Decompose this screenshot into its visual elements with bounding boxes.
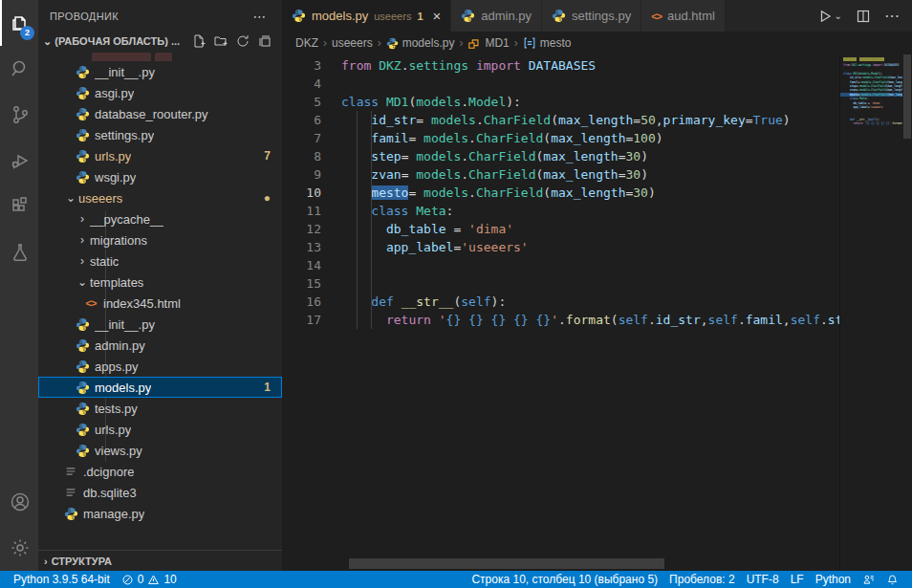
code-line-15[interactable] (341, 274, 839, 293)
code-line-10[interactable]: mesto= models.CharField(max_length=30) (341, 184, 839, 202)
code-area[interactable]: from DKZ.settings import DATABASESclass … (341, 56, 839, 571)
tree-item-label: models.py (95, 381, 151, 395)
tab-aud-html[interactable]: <>aud.html (641, 0, 726, 32)
search-icon[interactable] (0, 46, 38, 92)
python-file-icon (76, 170, 90, 185)
tree-item-admin-py[interactable]: admin.py (38, 335, 282, 356)
notifications-bell-icon[interactable] (880, 574, 904, 586)
code-line-12[interactable]: db_table = 'dima' (341, 220, 839, 238)
close-icon[interactable]: × (433, 9, 442, 23)
outline-section-header[interactable]: › СТРУКТУРА (38, 550, 282, 571)
language-mode-status[interactable]: Python (810, 573, 857, 586)
code-line-14[interactable] (341, 256, 839, 274)
problems-status[interactable]: 0 10 (116, 571, 183, 588)
tree-item-manage-py[interactable]: manage.py (38, 503, 282, 524)
tab-description: useeers (374, 11, 411, 22)
tree-item-models-py[interactable]: models.py1 (38, 377, 282, 398)
indentation-status[interactable]: Пробелов: 2 (663, 573, 741, 586)
vertical-scrollbar[interactable] (902, 54, 912, 571)
tree-item-views-py[interactable]: views.py (38, 440, 282, 461)
vertical-scrollbar-thumb[interactable] (903, 54, 911, 139)
chevron-right-icon: › (75, 233, 90, 247)
run-button[interactable]: ⌄ (817, 9, 842, 24)
tree-item-useeers[interactable]: ⌄useeers● (38, 187, 282, 208)
tree-item-asgi-py[interactable]: asgi.py (38, 82, 282, 103)
python-interpreter-status[interactable]: Python 3.9.5 64-bit (8, 571, 116, 588)
tree-item-db-sqlite3[interactable]: db.sqlite3 (38, 482, 282, 503)
feedback-icon[interactable] (857, 574, 880, 586)
explorer-icon[interactable]: 2 (0, 0, 38, 46)
breadcrumb-separator: › (323, 36, 327, 50)
chevron-right-icon: › (75, 254, 90, 268)
code-line-4[interactable] (341, 75, 839, 93)
refresh-icon[interactable] (235, 33, 250, 49)
split-editor-icon[interactable] (856, 9, 871, 24)
run-chevron-icon[interactable]: ⌄ (835, 11, 842, 21)
tree-item-settings-py[interactable]: settings.py (38, 124, 282, 145)
cursor-position-status[interactable]: Строка 10, столбец 10 (выбрано 5) (466, 573, 663, 586)
tree-item-database-roouter-py[interactable]: database_roouter.py (38, 103, 282, 124)
source-control-icon[interactable] (0, 92, 38, 138)
minimap-line: return '{} {} {} {} {}'.format(self.id_s… (840, 121, 902, 125)
tree-item-templates[interactable]: ⌄templates (38, 272, 282, 293)
sidebar-more-icon[interactable]: ⋯ (250, 9, 271, 24)
tree-item-apps-py[interactable]: apps.py (38, 356, 282, 377)
code-line-11[interactable]: class Meta: (341, 202, 839, 220)
file-tree: __init__.py asgi.py database_roouter.py … (38, 51, 282, 550)
code-line-8[interactable]: step= models.CharField(max_length=30) (341, 147, 839, 165)
workspace-header[interactable]: ⌄ (РАБОЧАЯ ОБЛАСТЬ) ... (38, 32, 282, 51)
field-symbol-icon (523, 36, 536, 50)
minimap[interactable]: from DKZ.settings import DATABASESclass … (839, 54, 902, 571)
extensions-icon[interactable] (0, 184, 38, 229)
line-number: 11 (282, 202, 321, 220)
clipped-tree-item[interactable] (38, 51, 282, 61)
code-line-7[interactable]: famil= models.CharField(max_length=100) (341, 129, 839, 147)
breadcrumb-item-useeers[interactable]: useeers (332, 36, 373, 50)
tree-item-urls-py[interactable]: urls.py (38, 419, 282, 440)
tree-item-label: tests.py (95, 402, 138, 416)
code-line-5[interactable]: class MD1(models.Model): (341, 93, 839, 111)
tab-label: settings.py (572, 9, 631, 23)
editor-more-icon[interactable]: ⋯ (884, 7, 901, 25)
accounts-icon[interactable] (0, 479, 38, 525)
breadcrumb-item-MD1[interactable]: MD1 (467, 36, 509, 50)
tree-item-wsgi-py[interactable]: wsgi.py (38, 166, 282, 187)
explorer-sidebar: ПРОВОДНИК ⋯ ⌄ (РАБОЧАЯ ОБЛАСТЬ) ... (38, 0, 282, 571)
tab-settings-py[interactable]: settings.py (542, 0, 641, 32)
new-folder-icon[interactable] (213, 33, 228, 49)
tree-item-urls-py[interactable]: urls.py7 (38, 145, 282, 166)
breadcrumb-item-mesto[interactable]: mesto (523, 36, 572, 50)
code-line-17[interactable]: return '{} {} {} {} {}'.format(self.id_s… (341, 311, 839, 329)
tab-models-py[interactable]: models.pyuseeers1× (282, 0, 451, 32)
tree-item--dcignore[interactable]: .dcignore (38, 461, 282, 482)
tree-item-label: db.sqlite3 (83, 486, 137, 500)
encoding-status[interactable]: UTF-8 (741, 573, 785, 586)
code-line-6[interactable]: id_str= models.CharField(max_length=50,p… (341, 111, 839, 129)
code-line-9[interactable]: zvan= models.CharField(max_length=30) (341, 165, 839, 184)
breadcrumb-item-models-py[interactable]: models.py (386, 36, 455, 50)
tree-item--init-py[interactable]: __init__.py (38, 61, 282, 82)
testing-icon[interactable] (0, 229, 38, 275)
tree-item-tests-py[interactable]: tests.py (38, 398, 282, 419)
breadcrumb-label: models.py (402, 36, 455, 50)
new-file-icon[interactable] (191, 33, 206, 49)
tree-item-migrations[interactable]: ›migrations (38, 229, 282, 250)
horizontal-scrollbar-thumb[interactable] (349, 558, 664, 569)
tree-item--init-py[interactable]: __init__.py (38, 314, 282, 335)
code-line-3[interactable]: from DKZ.settings import DATABASES (341, 56, 839, 75)
python-file-icon (76, 65, 90, 79)
editor[interactable]: 34567891011121314151617 from DKZ.setting… (282, 54, 912, 571)
code-line-16[interactable]: def __str__(self): (341, 293, 839, 311)
line-number: 13 (282, 238, 321, 256)
settings-gear-icon[interactable] (0, 525, 38, 571)
code-line-13[interactable]: app_label='useeers' (341, 238, 839, 256)
tab-label: aud.html (667, 9, 715, 23)
tree-item-static[interactable]: ›static (38, 250, 282, 272)
tree-item--pycache-[interactable]: ›__pycache__ (38, 208, 282, 229)
eol-status[interactable]: LF (785, 573, 810, 586)
tree-item-index345-html[interactable]: <>index345.html (38, 293, 282, 314)
run-debug-icon[interactable] (0, 138, 38, 184)
breadcrumb-item-DKZ[interactable]: DKZ (295, 36, 318, 50)
tab-admin-py[interactable]: admin.py (451, 0, 542, 32)
collapse-all-icon[interactable] (257, 33, 272, 49)
